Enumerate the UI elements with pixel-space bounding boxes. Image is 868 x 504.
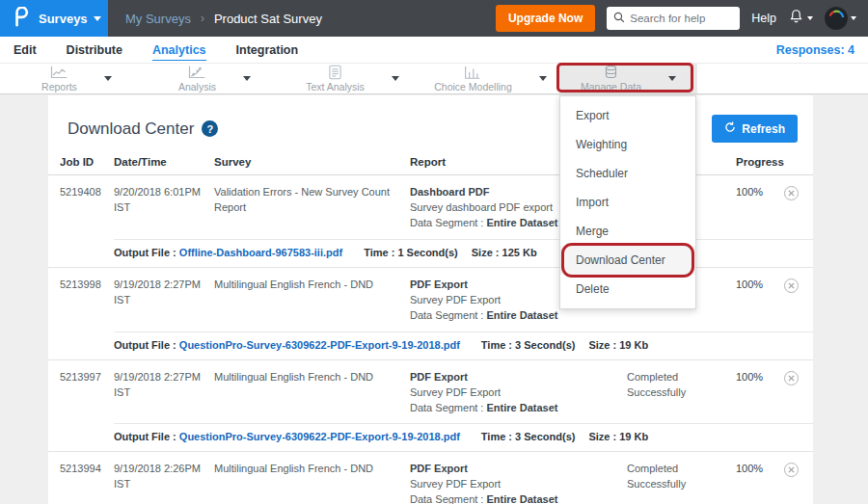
- job-survey: Multilingual English French - DND: [214, 370, 410, 416]
- report-desc: Survey PDF Export: [410, 478, 501, 490]
- toolbar-item-choice-modelling[interactable]: Choice Modelling: [421, 64, 559, 93]
- upgrade-now-button[interactable]: Upgrade Now: [496, 5, 595, 32]
- data-segment-label: Data Segment :: [410, 217, 487, 228]
- download-center-panel: Download Center ? Refresh Job ID Date/Ti…: [48, 95, 813, 504]
- menu-item-import[interactable]: Import: [560, 188, 695, 217]
- account-menu-button[interactable]: [825, 7, 856, 30]
- nav-tab-analytics[interactable]: Analytics: [152, 40, 206, 61]
- menu-item-weighting[interactable]: Weighting: [560, 130, 695, 159]
- report-title: PDF Export: [410, 371, 468, 383]
- menu-item-merge[interactable]: Merge: [560, 217, 695, 246]
- nav-tab-distribute[interactable]: Distribute: [67, 40, 122, 60]
- output-file-link[interactable]: QuestionPro-Survey-6309622-PDF-Export-9-…: [179, 431, 460, 442]
- refresh-button[interactable]: Refresh: [712, 115, 798, 143]
- bell-icon: [788, 8, 804, 29]
- job-progress: 100%: [736, 462, 784, 504]
- breadcrumb: My Surveys › Product Sat Survey: [108, 0, 322, 37]
- survey-nav: Edit Distribute Analytics Integration Re…: [0, 37, 868, 63]
- toolbar-item-reports[interactable]: Reports: [8, 64, 146, 93]
- row-main: 5213994 9/19/2018 2:26PM IST Multilingua…: [48, 452, 813, 504]
- cancel-job-icon[interactable]: [784, 186, 799, 200]
- chevron-down-icon[interactable]: [392, 76, 399, 81]
- job-survey: Multilingual English French - DND: [214, 278, 410, 324]
- help-search-box[interactable]: [607, 7, 740, 30]
- report-desc: Survey PDF Export: [410, 294, 501, 305]
- nav-tab-edit[interactable]: Edit: [14, 40, 37, 60]
- toolbar-item-analysis[interactable]: Analysis: [146, 64, 284, 93]
- nav-tab-integration[interactable]: Integration: [236, 40, 299, 60]
- page-title: Download Center: [68, 119, 194, 139]
- scatter-chart-icon: [187, 66, 206, 80]
- job-status: Completed Successfully: [627, 462, 736, 504]
- menu-item-scheduler[interactable]: Scheduler: [560, 159, 695, 188]
- job-survey: Multilingual English French - DND: [214, 462, 410, 504]
- questionpro-logo[interactable]: [12, 7, 30, 31]
- chevron-down-icon: [94, 16, 101, 21]
- table-row: 5213994 9/19/2018 2:26PM IST Multilingua…: [48, 452, 813, 504]
- toolbar-item-label: Manage Data: [581, 82, 641, 93]
- job-status: Completed Successfully: [627, 370, 736, 416]
- data-segment-label: Data Segment :: [410, 309, 487, 321]
- row-output-line: Output File : Offline-Dashboard-967583-i…: [48, 240, 813, 267]
- top-bar: Surveys My Surveys › Product Sat Survey …: [0, 0, 868, 37]
- row-main: 5213998 9/19/2018 2:27PM IST Multilingua…: [48, 268, 813, 332]
- bar-chart-icon: [464, 66, 481, 80]
- toolbar-item-label: Text Analysis: [306, 82, 365, 93]
- chevron-down-icon: [851, 16, 856, 20]
- job-date: 9/19/2018 2:27PM IST: [114, 370, 214, 416]
- row-main: 5213997 9/19/2018 2:27PM IST Multilingua…: [48, 360, 813, 424]
- output-file-link[interactable]: Offline-Dashboard-967583-iii.pdf: [179, 247, 342, 258]
- reports-tool: Reports: [41, 66, 77, 93]
- cancel-job-icon[interactable]: [784, 371, 799, 385]
- report-desc: Survey PDF Export: [410, 386, 501, 398]
- data-segment-label: Data Segment :: [410, 402, 487, 413]
- cancel-job-icon[interactable]: [784, 279, 799, 293]
- job-date: 9/19/2018 2:26PM IST: [114, 462, 214, 504]
- menu-item-export[interactable]: Export: [560, 101, 695, 130]
- chevron-down-icon[interactable]: [668, 76, 676, 81]
- toolbar-item-manage-data[interactable]: Manage Data: [559, 64, 697, 93]
- toolbar-item-label: Analysis: [178, 82, 216, 93]
- download-jobs-table: Job ID Date/Time Survey Report Progress …: [48, 156, 813, 504]
- text-analysis-tool: Text Analysis: [306, 65, 365, 93]
- panel-header: Download Center ? Refresh: [48, 95, 813, 154]
- help-question-icon[interactable]: ?: [202, 120, 218, 137]
- menu-item-download-center[interactable]: Download Center: [560, 246, 695, 275]
- job-survey: Validation Errors - New Survey Count Rep…: [214, 185, 410, 231]
- manage-data-tool: Manage Data: [581, 65, 641, 93]
- toolbar-item-label: Choice Modelling: [434, 82, 512, 93]
- refresh-button-label: Refresh: [742, 122, 785, 136]
- report-title: PDF Export: [410, 279, 468, 290]
- data-segment-value: Entire Dataset: [487, 402, 558, 413]
- col-header-date-time: Date/Time: [114, 156, 214, 168]
- choice-modelling-tool: Choice Modelling: [434, 66, 512, 93]
- output-file-label: Output File :: [114, 339, 179, 351]
- report-title: Dashboard PDF: [410, 186, 490, 198]
- job-size: Size : 19 Kb: [588, 431, 648, 442]
- job-progress: 100%: [736, 278, 784, 324]
- job-date: 9/20/2018 6:01PM IST: [114, 185, 214, 231]
- cancel-job-icon[interactable]: [784, 463, 799, 477]
- report-title: PDF Export: [410, 463, 468, 474]
- notifications-button[interactable]: [788, 8, 813, 29]
- row-output-line: Output File : QuestionPro-Survey-6309622…: [48, 332, 813, 359]
- toolbar-item-text-analysis[interactable]: Text Analysis: [284, 64, 421, 93]
- chevron-down-icon[interactable]: [243, 76, 251, 81]
- surveys-product-menu[interactable]: Surveys: [39, 12, 101, 26]
- breadcrumb-current-survey: Product Sat Survey: [214, 12, 322, 26]
- table-row: 5219408 9/20/2018 6:01PM IST Validation …: [48, 175, 813, 268]
- analytics-toolbar: Reports Analysis Text Analysis Choice Mo…: [0, 63, 868, 94]
- chevron-down-icon[interactable]: [104, 76, 112, 81]
- toolbar-item-label: Reports: [41, 82, 77, 93]
- breadcrumb-my-surveys[interactable]: My Surveys: [125, 12, 191, 26]
- col-header-actions: [784, 156, 813, 168]
- search-input[interactable]: [630, 13, 733, 24]
- output-file-link[interactable]: QuestionPro-Survey-6309622-PDF-Export-9-…: [179, 339, 460, 351]
- help-link[interactable]: Help: [751, 12, 776, 25]
- job-progress: 100%: [736, 370, 784, 416]
- menu-item-delete[interactable]: Delete: [560, 275, 695, 304]
- database-icon: [603, 65, 619, 80]
- manage-data-dropdown: Export Weighting Scheduler Import Merge …: [559, 95, 696, 309]
- chevron-down-icon[interactable]: [539, 76, 547, 81]
- text-document-icon: [328, 65, 342, 80]
